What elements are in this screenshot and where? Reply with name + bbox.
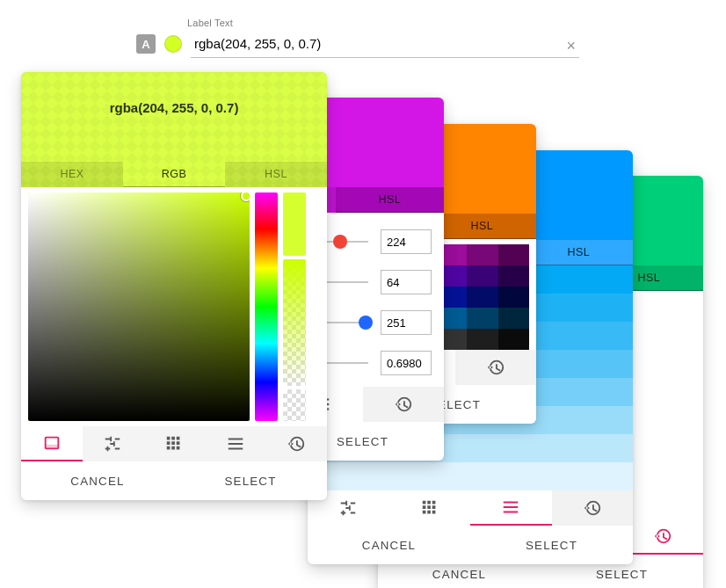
alpha-preview <box>283 192 306 256</box>
value-a[interactable] <box>381 351 432 375</box>
clear-icon[interactable]: × <box>566 37 576 55</box>
color-input[interactable] <box>191 30 579 58</box>
mode-history-icon[interactable] <box>622 519 704 555</box>
tab-hex[interactable]: HEX <box>21 162 123 187</box>
grid-cell[interactable] <box>467 244 497 265</box>
grid-cell[interactable] <box>498 287 529 308</box>
field-caption: Label Text <box>187 18 579 28</box>
mode-bar <box>21 426 327 461</box>
tab-hsl[interactable]: HSL <box>525 240 633 265</box>
sv-canvas[interactable] <box>28 192 250 421</box>
grid-cell[interactable] <box>467 287 497 308</box>
tab-hsl[interactable]: HSL <box>428 214 536 239</box>
grid-cell[interactable] <box>498 329 529 350</box>
mode-history-icon[interactable] <box>455 350 537 385</box>
tab-hsl[interactable]: HSL <box>225 162 327 187</box>
value-g[interactable] <box>381 270 432 294</box>
sv-cursor[interactable] <box>241 192 250 201</box>
mode-canvas-icon[interactable] <box>21 426 83 461</box>
grid-cell[interactable] <box>498 244 529 265</box>
mode-bar <box>308 490 633 526</box>
grid-cell[interactable] <box>467 329 497 350</box>
picker-panel-sv: rgba(204, 255, 0, 0.7) HEX RGB HSL CANCE… <box>21 72 327 500</box>
shade-item[interactable] <box>308 462 633 490</box>
hue-slider[interactable] <box>255 192 278 421</box>
mode-grid-icon[interactable] <box>143 426 205 461</box>
transparent-preview <box>283 389 306 421</box>
value-r[interactable] <box>381 229 432 254</box>
mode-list-icon[interactable] <box>205 426 266 461</box>
tab-hsl[interactable]: HSL <box>336 187 444 213</box>
tab-rgb[interactable]: RGB <box>123 162 225 187</box>
header-value: rgba(204, 255, 0, 0.7) <box>21 100 327 115</box>
svg-rect-1 <box>45 445 58 449</box>
grid-cell[interactable] <box>467 265 497 287</box>
mode-grid-icon[interactable] <box>389 490 471 526</box>
alpha-slider[interactable] <box>283 259 306 386</box>
mode-history-icon[interactable] <box>265 426 327 461</box>
select-button[interactable]: SELECT <box>174 461 327 500</box>
grid-cell[interactable] <box>498 308 529 329</box>
letter-chip: A <box>136 34 156 54</box>
select-button[interactable]: SELECT <box>470 526 633 564</box>
mode-tune-icon[interactable] <box>83 426 144 461</box>
cancel-button[interactable]: CANCEL <box>21 461 174 500</box>
grid-cell[interactable] <box>498 265 529 287</box>
mode-history-icon[interactable] <box>552 490 634 526</box>
panel-header: rgba(204, 255, 0, 0.7) HEX RGB HSL <box>21 72 327 187</box>
grid-cell[interactable] <box>467 308 497 329</box>
mode-history-icon[interactable] <box>363 387 445 422</box>
mode-list-icon[interactable] <box>470 490 552 526</box>
value-b[interactable] <box>381 310 432 335</box>
color-preview-dot[interactable] <box>164 35 182 53</box>
cancel-button[interactable]: CANCEL <box>308 526 470 564</box>
